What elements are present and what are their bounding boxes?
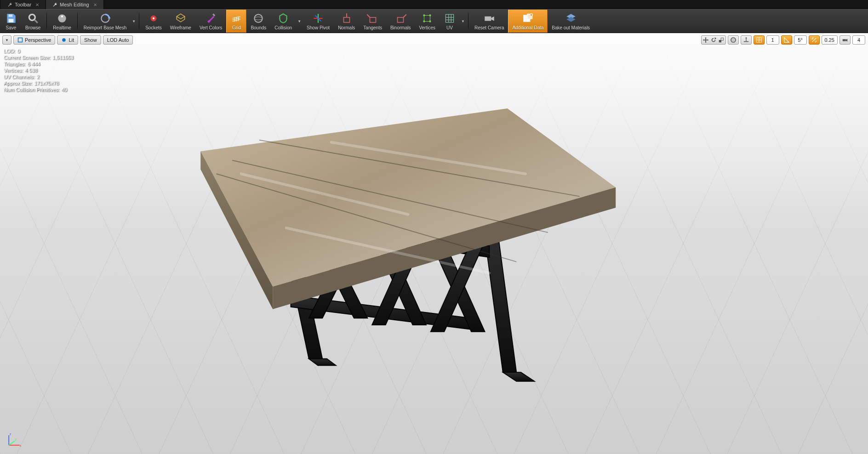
bake-out-materials-button[interactable]: Bake out Materials [548, 10, 594, 33]
svg-rect-0 [9, 14, 13, 17]
vert-colors-button[interactable]: Vert Colors [195, 10, 226, 33]
svg-marker-80 [846, 39, 848, 41]
close-icon[interactable]: ✕ [93, 2, 97, 7]
sockets-button[interactable]: Sockets [141, 10, 166, 33]
scale-icon [718, 37, 725, 43]
toolbar-separator [77, 11, 78, 31]
axis-x-label: x [20, 443, 22, 448]
tangents-icon [367, 12, 379, 24]
toolbar-label: Bake out Materials [552, 25, 590, 30]
svg-line-83 [9, 441, 15, 445]
tab-strip: Toolbar ✕ Mesh Editing ✕ [0, 0, 868, 9]
uv-dropdown[interactable]: ▼ [460, 10, 466, 33]
svg-rect-32 [424, 15, 430, 21]
grid-snap-value[interactable]: 1 [766, 35, 779, 45]
binormals-button[interactable]: Binormals [386, 10, 415, 33]
perspective-icon [17, 37, 23, 43]
svg-point-9 [153, 17, 154, 19]
floppy-icon [5, 12, 17, 24]
vertices-button[interactable]: Vertices [415, 10, 440, 33]
angle-icon [783, 37, 790, 43]
tab-toolbar[interactable]: Toolbar ✕ [1, 0, 46, 9]
normals-button[interactable]: Normals [334, 10, 359, 33]
toolbar-label: Realtime [53, 25, 71, 30]
toolbar-label: UV [446, 25, 453, 30]
camera-speed-icon [842, 37, 848, 43]
surface-snap-toggle[interactable] [741, 35, 752, 45]
toolbar-label: Collision [274, 25, 292, 30]
value-text: 0.25 [825, 37, 834, 43]
rotate-icon [710, 37, 717, 43]
toolbar-label: Save [6, 25, 17, 30]
magnifier-icon [27, 12, 39, 24]
value-text: 1 [771, 37, 774, 43]
svg-rect-1 [9, 19, 14, 23]
grid-snap-toggle[interactable] [754, 35, 765, 45]
close-icon[interactable]: ✕ [35, 2, 39, 7]
tab-mesh-editing[interactable]: Mesh Editing ✕ [46, 0, 104, 9]
globe-icon [730, 37, 737, 43]
stat-value: 171x75x78 [34, 80, 59, 86]
toolbar-label: Browse [25, 25, 40, 30]
bounds-icon [252, 12, 264, 24]
show-dropdown[interactable]: Show [80, 35, 101, 45]
bounds-button[interactable]: Bounds [246, 10, 270, 33]
stat-value: 6 444 [28, 61, 40, 67]
stat-value: 1,511553 [52, 55, 74, 60]
brush-icon [205, 12, 217, 24]
svg-marker-48 [309, 359, 336, 366]
stat-value: 4 538 [25, 68, 38, 73]
perspective-dropdown[interactable]: Perspective [13, 35, 55, 45]
toolbar: Save Browse Realtime Reimport Base Mesh … [0, 9, 868, 33]
scale-snap-value[interactable]: 0.25 [822, 35, 838, 45]
tab-label: Mesh Editing [60, 2, 89, 7]
angle-snap-toggle[interactable] [781, 35, 792, 45]
wrench-icon [7, 2, 12, 7]
coord-space-toggle[interactable] [728, 35, 739, 45]
svg-rect-24 [370, 17, 376, 22]
toolbar-separator [468, 11, 468, 31]
lit-dropdown[interactable]: Lit [57, 35, 78, 45]
transform-mode-group[interactable] [701, 35, 726, 45]
viewport-3d[interactable]: ▼ Perspective Lit Show LOD Auto LOD:0 Cu… [0, 33, 868, 454]
stat-key: Num Collision Primitives: [4, 87, 60, 92]
uv-button[interactable]: UV [440, 10, 460, 33]
wireframe-button[interactable]: Wireframe [166, 10, 195, 33]
browse-button[interactable]: Browse [21, 10, 45, 33]
svg-rect-10 [212, 13, 215, 16]
collision-icon [277, 12, 289, 24]
toolbar-separator [46, 11, 47, 31]
save-button[interactable]: Save [1, 10, 21, 33]
camera-speed-toggle[interactable] [839, 35, 851, 45]
svg-point-17 [255, 14, 263, 22]
lod-auto-dropdown[interactable]: LOD Auto [103, 35, 133, 45]
show-pivot-button[interactable]: Show Pivot [303, 10, 334, 33]
reset-camera-button[interactable]: Reset Camera [470, 10, 508, 33]
socket-icon [148, 12, 160, 24]
grid-icon [756, 37, 762, 43]
tangents-button[interactable]: Tangents [359, 10, 386, 33]
realtime-icon [56, 12, 68, 24]
viewport-stats: LOD:0 Current Screen Size:1,511553 Trian… [4, 48, 74, 93]
realtime-button[interactable]: Realtime [49, 10, 75, 33]
collision-button[interactable]: Collision [270, 10, 296, 33]
toolbar-label: Binormals [390, 25, 411, 30]
additional-data-button[interactable]: Additional Data [508, 10, 548, 33]
angle-snap-value[interactable]: 5° [794, 35, 807, 45]
wrench-icon [52, 2, 57, 7]
toolbar-label: Sockets [145, 25, 162, 30]
collision-dropdown[interactable]: ▼ [296, 10, 303, 33]
layers-icon [565, 12, 577, 24]
grid-button[interactable]: Grid [226, 10, 246, 33]
reimport-button[interactable]: Reimport Base Mesh [80, 10, 131, 33]
scale-snap-toggle[interactable] [809, 35, 820, 45]
camera-speed-value[interactable]: 4 [852, 35, 865, 45]
pill-label: Show [84, 37, 97, 43]
normals-icon [341, 12, 353, 24]
stat-key: Triangles: [4, 61, 26, 67]
viewport-options-menu[interactable]: ▼ [2, 35, 11, 45]
additional-data-icon [522, 12, 534, 24]
reimport-dropdown[interactable]: ▼ [131, 10, 137, 33]
toolbar-label: Vert Colors [200, 25, 222, 30]
svg-rect-79 [843, 39, 846, 41]
